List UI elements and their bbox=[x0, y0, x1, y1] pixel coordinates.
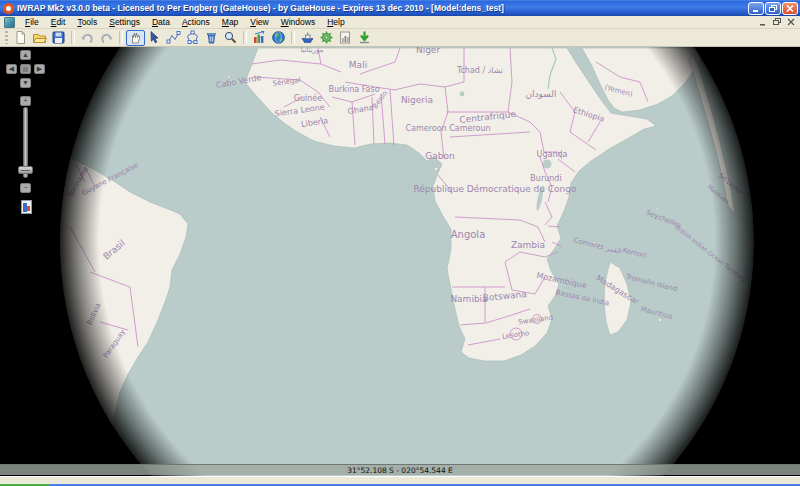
zoom-slider-handle[interactable] bbox=[18, 166, 33, 174]
menu-help[interactable]: Help bbox=[321, 16, 350, 28]
import-arrow-icon bbox=[357, 30, 372, 45]
select-tool-button[interactable] bbox=[145, 30, 164, 46]
polygon-tool-button[interactable] bbox=[183, 30, 202, 46]
toolbar bbox=[0, 29, 800, 47]
pan-left-button[interactable]: ◀ bbox=[6, 64, 17, 74]
pan-right-button[interactable]: ▶ bbox=[34, 64, 45, 74]
save-button[interactable] bbox=[49, 30, 68, 46]
menu-data[interactable]: Data bbox=[146, 16, 176, 28]
application-window: IWRAP Mk2 v3.0.0 beta - Licensed to Per … bbox=[0, 0, 800, 486]
close-button[interactable] bbox=[782, 2, 798, 15]
traffic-button[interactable] bbox=[298, 30, 317, 46]
menu-edit[interactable]: Edit bbox=[45, 16, 72, 28]
new-icon bbox=[13, 30, 28, 45]
delete-tool-button[interactable] bbox=[202, 30, 221, 46]
toolbar-separator bbox=[119, 31, 123, 44]
coordinate-status-bar: 31°52.108 S - 020°54.544 E bbox=[0, 464, 800, 475]
polygon-icon bbox=[185, 30, 200, 45]
toolbar-separator bbox=[71, 31, 75, 44]
menu-settings[interactable]: Settings bbox=[103, 16, 146, 28]
undo-icon bbox=[80, 30, 95, 45]
open-folder-icon bbox=[32, 30, 47, 45]
redo-button[interactable] bbox=[97, 30, 116, 46]
menu-windows[interactable]: Windows bbox=[275, 16, 322, 28]
globe-edge-fade bbox=[45, 47, 769, 476]
globe-icon bbox=[271, 30, 286, 45]
settings-button[interactable] bbox=[317, 30, 336, 46]
zoom-in-button[interactable]: + bbox=[20, 96, 31, 106]
zoom-tool-button[interactable] bbox=[221, 30, 240, 46]
ship-icon bbox=[300, 30, 315, 45]
pan-hand-icon bbox=[128, 30, 143, 45]
window-bottom-border bbox=[0, 476, 800, 484]
chart-icon bbox=[252, 30, 267, 45]
open-button[interactable] bbox=[30, 30, 49, 46]
zoom-magnifier-icon bbox=[223, 30, 238, 45]
menu-file[interactable]: File bbox=[19, 16, 45, 28]
new-button[interactable] bbox=[11, 30, 30, 46]
toolbar-grip bbox=[5, 31, 8, 44]
menu-actions[interactable]: Actions bbox=[176, 16, 216, 28]
import-button[interactable] bbox=[355, 30, 374, 46]
report-icon bbox=[338, 30, 353, 45]
menu-view[interactable]: View bbox=[244, 16, 274, 28]
chart-button[interactable] bbox=[250, 30, 269, 46]
delete-icon bbox=[204, 30, 219, 45]
restore-button[interactable] bbox=[765, 2, 781, 15]
minimize-button[interactable] bbox=[748, 2, 764, 15]
menu-tools[interactable]: Tools bbox=[71, 16, 103, 28]
polyline-icon bbox=[166, 30, 181, 45]
pan-center-button[interactable] bbox=[20, 64, 31, 74]
menu-bar: FileEditToolsSettingsDataActionsMapViewW… bbox=[0, 16, 800, 29]
map-viewport[interactable]: NigerMaliموريتانياCabo VerdeTchad / تشاد… bbox=[0, 47, 800, 476]
gear-icon bbox=[319, 30, 334, 45]
globe-map[interactable]: NigerMaliموريتانياCabo VerdeTchad / تشاد… bbox=[0, 47, 800, 476]
select-arrow-icon bbox=[147, 30, 162, 45]
layer-switcher-icon[interactable] bbox=[21, 200, 32, 214]
app-icon bbox=[3, 3, 14, 14]
pan-down-button[interactable]: ▼ bbox=[20, 78, 31, 88]
toolbar-separator bbox=[243, 31, 247, 44]
mdi-restore-button[interactable] bbox=[771, 17, 784, 27]
title-bar: IWRAP Mk2 v3.0.0 beta - Licensed to Per … bbox=[0, 0, 800, 16]
child-window-icon[interactable] bbox=[4, 17, 15, 28]
redo-icon bbox=[99, 30, 114, 45]
mdi-minimize-button[interactable] bbox=[757, 17, 770, 27]
pan-up-button[interactable]: ▲ bbox=[20, 50, 31, 60]
zoom-out-button[interactable]: − bbox=[20, 183, 31, 193]
save-icon bbox=[51, 30, 66, 45]
mdi-close-button[interactable] bbox=[785, 17, 798, 27]
cursor-coordinates: 31°52.108 S - 020°54.544 E bbox=[347, 466, 453, 475]
undo-button[interactable] bbox=[78, 30, 97, 46]
window-title: IWRAP Mk2 v3.0.0 beta - Licensed to Per … bbox=[17, 3, 747, 13]
menu-map[interactable]: Map bbox=[216, 16, 245, 28]
toolbar-separator bbox=[291, 31, 295, 44]
globe-button[interactable] bbox=[269, 30, 288, 46]
pan-tool-button[interactable] bbox=[126, 30, 145, 46]
report-button[interactable] bbox=[336, 30, 355, 46]
polyline-tool-button[interactable] bbox=[164, 30, 183, 46]
